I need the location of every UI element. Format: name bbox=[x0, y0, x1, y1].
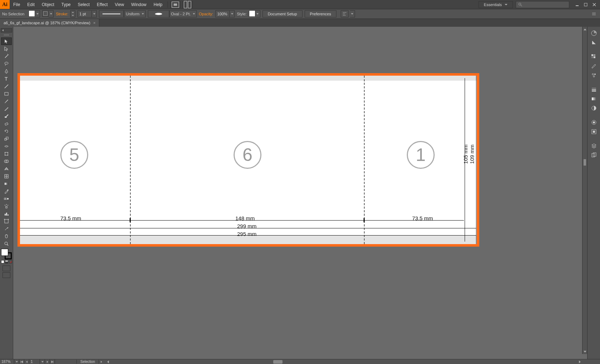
menu-effect[interactable]: Effect bbox=[93, 0, 111, 9]
fill-swatch[interactable] bbox=[29, 10, 35, 17]
artboards-panel-icon[interactable] bbox=[589, 151, 599, 160]
magic-wand-tool[interactable] bbox=[1, 52, 12, 60]
transparency-panel-icon[interactable] bbox=[589, 104, 599, 112]
stroke-profile-dropdown[interactable]: Uniform bbox=[124, 10, 146, 17]
hand-tool[interactable] bbox=[1, 232, 12, 240]
stroke-profile[interactable] bbox=[99, 10, 124, 17]
color-guide-panel-icon[interactable] bbox=[589, 38, 599, 47]
document-setup-button[interactable]: Document Setup bbox=[262, 10, 302, 17]
vertical-scrollbar[interactable] bbox=[582, 27, 587, 354]
appearance-panel-icon[interactable] bbox=[589, 118, 599, 127]
arrange-docs-icon[interactable] bbox=[182, 1, 192, 8]
scale-tool[interactable] bbox=[1, 135, 12, 142]
draw-mode-normal[interactable] bbox=[2, 266, 10, 271]
symbol-sprayer-tool[interactable] bbox=[1, 202, 12, 210]
artboard-dropdown[interactable] bbox=[40, 359, 45, 364]
layers-panel-icon[interactable] bbox=[589, 142, 599, 150]
free-transform-tool[interactable] bbox=[1, 150, 12, 157]
brush-preview[interactable] bbox=[148, 10, 169, 17]
type-tool[interactable]: T bbox=[1, 75, 12, 82]
width-tool[interactable] bbox=[1, 142, 12, 150]
artboard-number[interactable]: 1 bbox=[29, 359, 40, 364]
preferences-button[interactable]: Preferences bbox=[305, 10, 336, 17]
horizontal-scrollbar[interactable] bbox=[105, 359, 600, 364]
graphic-styles-panel-icon[interactable] bbox=[589, 127, 599, 136]
scroll-up-icon[interactable] bbox=[582, 27, 587, 32]
gradient-panel-icon[interactable] bbox=[589, 95, 599, 103]
menu-view[interactable]: View bbox=[111, 0, 128, 9]
pencil-tool[interactable] bbox=[1, 105, 12, 112]
opacity-label[interactable]: Opacity: bbox=[199, 12, 213, 16]
minimize-icon[interactable] bbox=[573, 1, 581, 8]
fill-color-icon[interactable] bbox=[1, 249, 8, 256]
pen-tool[interactable] bbox=[1, 67, 12, 75]
gradient-tool[interactable] bbox=[1, 180, 12, 187]
style-swatch[interactable] bbox=[249, 10, 255, 17]
color-mode-gradient[interactable] bbox=[5, 260, 8, 263]
color-mode-solid[interactable] bbox=[1, 260, 4, 263]
artboard-tool[interactable] bbox=[1, 217, 12, 225]
eraser-tool[interactable] bbox=[1, 120, 12, 127]
scroll-down-icon[interactable] bbox=[582, 349, 587, 354]
rectangle-tool[interactable] bbox=[1, 90, 12, 97]
nav-next-icon[interactable] bbox=[45, 359, 50, 364]
close-icon[interactable] bbox=[590, 1, 599, 8]
nav-first-icon[interactable] bbox=[19, 359, 24, 364]
scroll-thumb-v[interactable] bbox=[583, 159, 586, 166]
swatches-panel-icon[interactable] bbox=[589, 52, 599, 61]
stroke-weight-input[interactable] bbox=[78, 10, 92, 17]
scroll-left-icon[interactable] bbox=[105, 359, 110, 364]
eyedropper-tool[interactable] bbox=[1, 187, 12, 195]
menu-object[interactable]: Object bbox=[38, 0, 58, 9]
brushes-panel-icon[interactable] bbox=[589, 62, 599, 70]
document-tab[interactable]: a6_6s_gf_landscape.ai @ 187% (CMYK/Previ… bbox=[0, 19, 99, 27]
line-tool[interactable] bbox=[1, 82, 12, 90]
blend-tool[interactable] bbox=[1, 195, 12, 202]
stroke-weight-spinner[interactable] bbox=[70, 10, 75, 17]
scroll-thumb-h[interactable] bbox=[273, 360, 282, 364]
align-dropdown[interactable] bbox=[350, 10, 355, 17]
style-dropdown[interactable] bbox=[255, 10, 260, 17]
rotate-tool[interactable] bbox=[1, 127, 12, 135]
close-tab-icon[interactable]: × bbox=[93, 21, 95, 25]
menu-file[interactable]: File bbox=[10, 0, 24, 9]
workspace-switcher[interactable]: Essentials bbox=[479, 1, 513, 8]
opacity-input[interactable] bbox=[215, 10, 230, 17]
nav-last-icon[interactable] bbox=[50, 359, 55, 364]
search-input[interactable] bbox=[516, 1, 569, 8]
status-dropdown[interactable] bbox=[99, 359, 104, 364]
zoom-dropdown[interactable] bbox=[14, 359, 19, 364]
maximize-icon[interactable] bbox=[581, 1, 590, 8]
slice-tool[interactable] bbox=[1, 225, 12, 232]
fill-stroke-indicator[interactable] bbox=[1, 249, 12, 259]
collapse-tools-icon[interactable] bbox=[1, 28, 12, 32]
nav-prev-icon[interactable] bbox=[24, 359, 29, 364]
lasso-tool[interactable] bbox=[1, 60, 12, 67]
menu-select[interactable]: Select bbox=[74, 0, 93, 9]
perspective-grid-tool[interactable] bbox=[1, 165, 12, 172]
mesh-tool[interactable] bbox=[1, 172, 12, 180]
zoom-level[interactable]: 187% bbox=[0, 359, 14, 364]
scroll-right-icon[interactable] bbox=[577, 359, 582, 364]
selection-tool[interactable] bbox=[1, 37, 12, 45]
stroke-label[interactable]: Stroke: bbox=[56, 12, 68, 16]
color-mode-none[interactable] bbox=[9, 260, 12, 263]
symbols-panel-icon[interactable] bbox=[589, 71, 599, 80]
screen-mode[interactable] bbox=[2, 272, 10, 278]
color-panel-icon[interactable] bbox=[589, 29, 599, 37]
menu-type[interactable]: Type bbox=[58, 0, 74, 9]
align-icon[interactable] bbox=[341, 10, 349, 17]
stroke-dropdown[interactable] bbox=[49, 10, 54, 17]
menu-help[interactable]: Help bbox=[150, 0, 166, 9]
stroke-swatch[interactable] bbox=[42, 10, 49, 17]
shape-builder-tool[interactable] bbox=[1, 157, 12, 165]
menu-window[interactable]: Window bbox=[128, 0, 150, 9]
zoom-tool[interactable] bbox=[1, 240, 12, 247]
direct-selection-tool[interactable] bbox=[1, 45, 12, 52]
brush-dropdown[interactable]: Oval - 2 Pt. bbox=[169, 10, 197, 17]
stroke-panel-icon[interactable] bbox=[589, 85, 599, 94]
column-graph-tool[interactable] bbox=[1, 210, 12, 217]
opacity-dropdown[interactable] bbox=[230, 10, 235, 17]
paintbrush-tool[interactable] bbox=[1, 97, 12, 105]
blob-brush-tool[interactable] bbox=[1, 112, 12, 120]
